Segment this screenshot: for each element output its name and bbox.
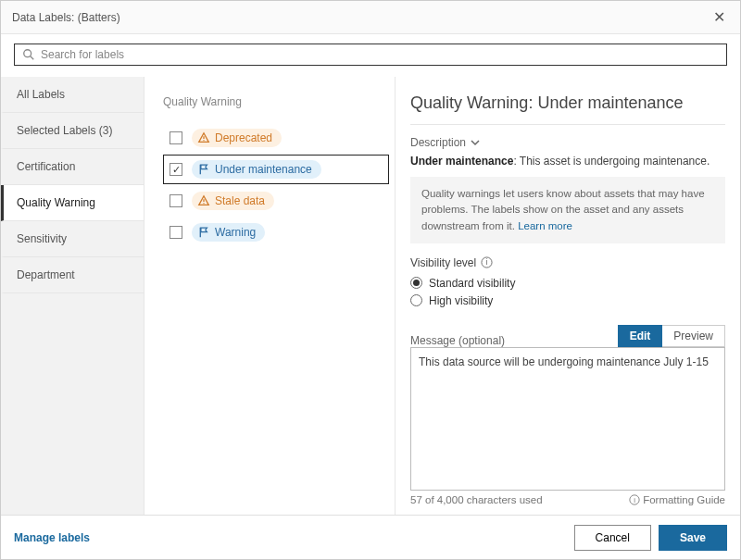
message-label: Message (optional): [410, 334, 505, 347]
chevron-down-icon: [470, 137, 481, 148]
warn-icon: [197, 131, 215, 144]
sidebar: All LabelsSelected Labels (3)Certificati…: [1, 77, 144, 515]
label-row-warning[interactable]: Warning: [163, 218, 389, 247]
visibility-option-high-visibility[interactable]: High visibility: [410, 294, 725, 307]
label-name: Warning: [215, 226, 256, 239]
svg-point-0: [24, 50, 31, 57]
warn-icon: [197, 194, 215, 207]
sidebar-item-sensitivity[interactable]: Sensitivity: [1, 221, 144, 257]
radio-label: High visibility: [429, 294, 493, 307]
checkbox[interactable]: [170, 194, 182, 207]
svg-point-6: [203, 203, 204, 204]
detail-panel: Quality Warning: Under maintenance Descr…: [395, 77, 740, 515]
label-list-heading: Quality Warning: [163, 95, 389, 108]
label-list-panel: Quality Warning DeprecatedUnder maintena…: [144, 77, 395, 515]
close-icon[interactable]: ✕: [710, 8, 729, 26]
checkbox[interactable]: [170, 226, 182, 239]
description-label: Description: [410, 136, 466, 149]
label-pill: Deprecated: [192, 129, 282, 147]
info-icon[interactable]: i: [481, 256, 493, 268]
flag-icon: [197, 226, 215, 239]
flag-icon: [197, 163, 215, 176]
description-text: Under maintenance: This asset is undergo…: [410, 155, 725, 168]
radio-button[interactable]: [410, 294, 422, 306]
message-tabs: Edit Preview: [618, 325, 725, 347]
manage-labels-link[interactable]: Manage labels: [14, 531, 90, 544]
svg-text:i: i: [634, 496, 635, 504]
label-row-under-maintenance[interactable]: Under maintenance: [163, 155, 389, 184]
label-pill: Stale data: [192, 192, 274, 210]
label-row-deprecated[interactable]: Deprecated: [163, 123, 389, 153]
checkbox[interactable]: [170, 163, 182, 176]
save-button[interactable]: Save: [659, 525, 727, 551]
search-icon: [22, 48, 35, 61]
dialog-title: Data Labels: (Batters): [12, 11, 120, 24]
svg-text:i: i: [486, 258, 488, 268]
radio-label: Standard visibility: [429, 277, 515, 290]
character-count: 57 of 4,000 characters used: [410, 494, 543, 505]
formatting-guide-link[interactable]: i Formatting Guide: [629, 494, 725, 505]
svg-point-3: [203, 140, 204, 141]
label-name: Under maintenance: [215, 163, 312, 176]
label-pill: Under maintenance: [192, 160, 321, 179]
radio-button[interactable]: [410, 277, 422, 289]
message-textarea[interactable]: [410, 347, 725, 491]
search-input[interactable]: [41, 48, 719, 61]
info-icon: i: [629, 494, 640, 505]
tab-preview[interactable]: Preview: [662, 325, 725, 347]
learn-more-link[interactable]: Learn more: [518, 220, 572, 231]
label-pill: Warning: [192, 223, 265, 242]
visibility-option-standard-visibility[interactable]: Standard visibility: [410, 277, 725, 290]
checkbox[interactable]: [170, 131, 182, 144]
divider: [410, 124, 725, 125]
sidebar-item-all-labels[interactable]: All Labels: [1, 77, 144, 113]
info-box: Quality warnings let users know about as…: [410, 177, 725, 243]
sidebar-item-quality-warning[interactable]: Quality Warning: [1, 185, 144, 221]
label-name: Deprecated: [215, 131, 272, 144]
cancel-button[interactable]: Cancel: [574, 525, 651, 551]
svg-line-1: [31, 56, 34, 60]
label-row-stale-data[interactable]: Stale data: [163, 186, 389, 216]
detail-title: Quality Warning: Under maintenance: [410, 93, 725, 113]
visibility-level-label: Visibility level i: [410, 256, 725, 269]
search-box[interactable]: [14, 44, 727, 66]
tab-edit[interactable]: Edit: [618, 325, 663, 347]
sidebar-item-selected-labels-3-[interactable]: Selected Labels (3): [1, 113, 144, 149]
label-name: Stale data: [215, 194, 265, 207]
description-toggle[interactable]: Description: [410, 136, 725, 149]
sidebar-item-department[interactable]: Department: [1, 257, 144, 293]
sidebar-item-certification[interactable]: Certification: [1, 149, 144, 185]
